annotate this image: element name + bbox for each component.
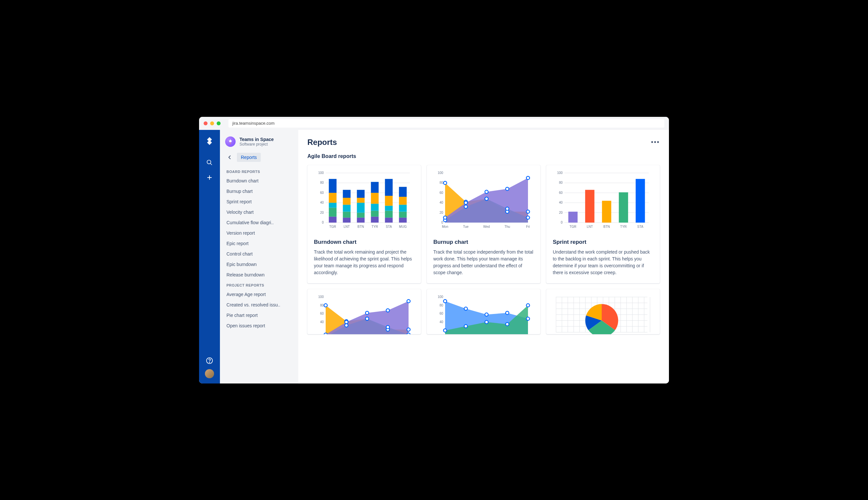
breadcrumb-current[interactable]: Reports <box>237 153 261 162</box>
sidebar-item[interactable]: Velocity chart <box>222 207 296 217</box>
svg-text:60: 60 <box>439 191 444 194</box>
sidebar-item[interactable]: Burndown chart <box>222 175 296 186</box>
sidebar-item[interactable]: Created vs. resolved issu.. <box>222 299 296 310</box>
minimize-window-button[interactable] <box>210 122 214 125</box>
svg-text:20: 20 <box>439 211 444 214</box>
sidebar-item[interactable]: Release burndown <box>222 270 296 280</box>
svg-rect-38 <box>371 211 379 216</box>
report-card[interactable]: 020406080100TGRLNTBTNTYRSTAMUGBurndown c… <box>307 165 421 283</box>
chart-thumbnail: 020406080100TGRLNTBTNTYRSTAMUG <box>314 171 414 233</box>
svg-rect-31 <box>357 217 365 222</box>
svg-rect-53 <box>399 187 407 196</box>
more-actions-icon[interactable]: ••• <box>651 138 660 146</box>
report-cards-grid-2: 406080100406080100 <box>307 289 660 334</box>
svg-rect-44 <box>385 211 393 217</box>
svg-point-134 <box>506 322 509 326</box>
svg-text:0: 0 <box>561 220 562 224</box>
svg-rect-97 <box>602 201 611 223</box>
card-description: Understand the work completed or pushed … <box>553 249 653 276</box>
svg-rect-47 <box>385 179 393 196</box>
svg-rect-99 <box>619 192 628 223</box>
svg-text:TYR: TYR <box>620 225 627 228</box>
help-icon[interactable] <box>203 354 216 367</box>
back-button[interactable] <box>225 153 234 162</box>
report-card[interactable]: 406080100 <box>427 289 540 334</box>
sidebar-item[interactable]: Control chart <box>222 249 296 259</box>
sidebar-item[interactable]: Epic report <box>222 238 296 249</box>
app-body: Teams in Space Software project Reports … <box>199 130 669 384</box>
svg-rect-20 <box>329 207 337 216</box>
svg-text:Wed: Wed <box>483 225 490 228</box>
report-card[interactable]: 020406080100TGRLNTBTNTYRSTASprint report… <box>546 165 660 283</box>
svg-text:Mon: Mon <box>442 225 448 228</box>
svg-rect-49 <box>399 217 407 222</box>
svg-text:40: 40 <box>320 320 324 323</box>
svg-point-135 <box>526 304 529 307</box>
url-bar[interactable]: jira.teamsinspace.com <box>228 119 664 128</box>
svg-rect-41 <box>371 182 379 193</box>
svg-rect-40 <box>371 193 379 203</box>
sidebar-heading-project-reports: PROJECT REPORTS <box>222 280 296 289</box>
svg-text:80: 80 <box>439 303 444 307</box>
svg-text:60: 60 <box>559 191 563 194</box>
svg-point-0 <box>207 160 211 164</box>
svg-rect-101 <box>636 179 645 223</box>
chart-thumbnail: 020406080100MonTueWedThuFri <box>433 171 534 233</box>
svg-text:20: 20 <box>320 211 324 214</box>
svg-point-121 <box>407 299 410 303</box>
svg-rect-23 <box>329 179 337 193</box>
svg-point-128 <box>485 312 488 316</box>
window-controls <box>204 122 220 125</box>
svg-text:60: 60 <box>320 191 324 194</box>
card-description: Track the total work remaining and proje… <box>314 249 414 276</box>
chart-thumbnail <box>553 295 653 334</box>
report-card[interactable]: 406080100 <box>307 289 421 334</box>
svg-point-132 <box>464 325 468 328</box>
sidebar-item[interactable]: Cumulative flow diagri.. <box>222 217 296 228</box>
svg-text:100: 100 <box>318 295 324 299</box>
svg-point-70 <box>526 216 529 219</box>
svg-point-118 <box>345 320 348 323</box>
create-icon[interactable] <box>203 171 216 184</box>
search-icon[interactable] <box>203 156 216 169</box>
report-card[interactable] <box>546 289 660 334</box>
sidebar-item[interactable]: Burnup chart <box>222 186 296 196</box>
svg-point-73 <box>485 190 488 193</box>
user-avatar[interactable] <box>205 369 214 378</box>
jira-logo-icon[interactable] <box>205 136 214 146</box>
svg-point-131 <box>444 329 447 332</box>
svg-text:60: 60 <box>439 312 444 315</box>
sidebar-item[interactable]: Open issues report <box>222 320 296 331</box>
sidebar-item[interactable]: Average Age report <box>222 289 296 299</box>
svg-point-126 <box>444 299 447 303</box>
svg-rect-29 <box>343 190 351 197</box>
report-card[interactable]: 020406080100MonTueWedThuFriBurnup chartT… <box>427 165 540 283</box>
svg-text:Fri: Fri <box>526 225 530 228</box>
svg-rect-33 <box>357 203 365 213</box>
svg-rect-46 <box>385 195 393 205</box>
global-nav <box>199 130 220 384</box>
svg-rect-93 <box>569 212 578 222</box>
sidebar-item[interactable]: Pie chart report <box>222 310 296 320</box>
svg-rect-45 <box>385 206 393 211</box>
card-title: Sprint report <box>553 239 653 246</box>
svg-point-119 <box>365 311 369 314</box>
project-name: Teams in Space <box>240 137 274 142</box>
sidebar-item[interactable]: Epic burndown <box>222 259 296 270</box>
svg-rect-39 <box>371 204 379 211</box>
sidebar-item[interactable]: Sprint report <box>222 196 296 207</box>
sidebar-item[interactable]: Version report <box>222 228 296 238</box>
svg-point-68 <box>485 197 488 201</box>
svg-text:100: 100 <box>318 171 324 174</box>
close-window-button[interactable] <box>204 122 207 125</box>
svg-rect-32 <box>357 213 365 217</box>
project-icon <box>225 136 236 147</box>
maximize-window-button[interactable] <box>217 122 220 125</box>
project-header[interactable]: Teams in Space Software project <box>222 136 296 153</box>
card-title: Burndown chart <box>314 239 414 246</box>
svg-text:100: 100 <box>557 171 562 174</box>
card-description: Track the total scope independently from… <box>433 249 534 276</box>
svg-rect-22 <box>329 193 337 202</box>
svg-point-75 <box>526 176 529 180</box>
card-title: Burnup chart <box>433 239 534 246</box>
